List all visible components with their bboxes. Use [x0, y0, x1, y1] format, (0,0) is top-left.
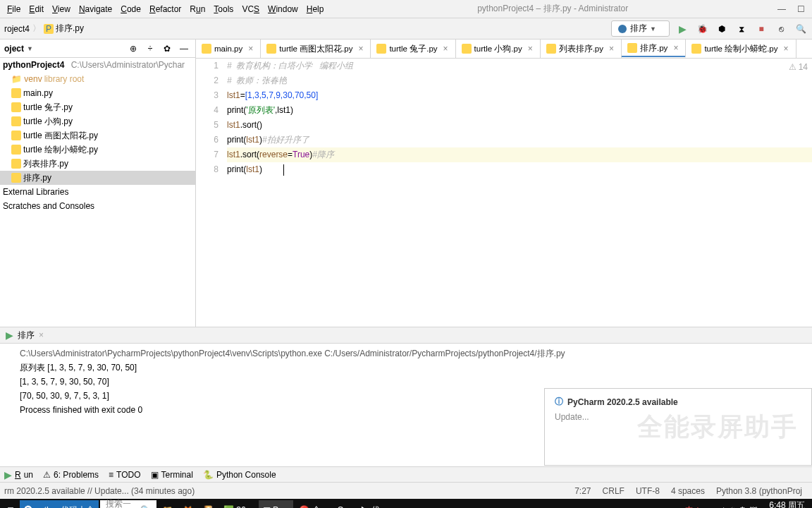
close-icon[interactable]: ×	[358, 44, 363, 54]
breadcrumb-file[interactable]: P 排序.py	[44, 23, 84, 35]
close-icon[interactable]: ×	[784, 44, 789, 54]
tray-clock[interactable]: 6:48 周五2022/2/25	[763, 501, 809, 508]
close-icon[interactable]: ×	[673, 43, 678, 53]
status-message[interactable]: rm 2020.2.5 available // Update... (34 m…	[4, 486, 569, 496]
python-file-icon: P	[44, 24, 54, 34]
tree-item[interactable]: turtle 画图太阳花.py	[0, 128, 195, 143]
project-tree[interactable]: pythonProject4 C:\Users\Administrator\Py…	[0, 58, 195, 327]
task-browser[interactable]: 🅔 python代码大全	[20, 500, 99, 508]
svg-rect-13	[462, 44, 472, 54]
editor-tab[interactable]: main.py×	[196, 40, 261, 58]
search-button[interactable]: 🔍	[794, 22, 808, 36]
tab-todo[interactable]: ≡ TODO	[109, 470, 140, 480]
tree-external-libs[interactable]: External Libraries	[0, 185, 195, 199]
task-folder[interactable]: 📁	[158, 500, 177, 508]
status-eol[interactable]: CRLF	[597, 486, 630, 496]
coverage-button[interactable]: ⬢	[715, 22, 729, 36]
svg-rect-14	[546, 44, 556, 54]
stop-button[interactable]: ■	[754, 22, 768, 36]
tree-item[interactable]: turtle 绘制小蟒蛇.py	[0, 143, 195, 157]
nav-bar: roject4 〉 P 排序.py 排序 ▼ ▶ 🐞 ⬢ ⧗ ■ ⎋ 🔍	[0, 18, 812, 40]
bottom-toolbar: ▶Run ⚠ 6: Problems ≡ TODO ▣ Terminal 🐍 P…	[0, 466, 812, 482]
svg-rect-11	[266, 44, 276, 54]
task-360[interactable]: 🟩 36...	[219, 500, 257, 508]
editor-tab[interactable]: turtle 绘制小蟒蛇.py×	[686, 40, 796, 58]
minimize-icon[interactable]: —	[777, 4, 786, 14]
menu-window[interactable]: Window	[264, 4, 302, 14]
run-tab-icon: ▶	[6, 329, 13, 341]
menu-tools[interactable]: Tools	[209, 4, 238, 14]
start-button[interactable]: ⊞	[3, 500, 18, 508]
run-tab-label[interactable]: 排序	[18, 329, 35, 341]
task-firefox[interactable]: 🦊	[178, 500, 197, 508]
close-icon[interactable]: ×	[609, 44, 614, 54]
tree-item[interactable]: 排序.py	[0, 171, 195, 185]
menu-view[interactable]: View	[48, 4, 75, 14]
ime-indicator[interactable]: 中 ⁝	[681, 500, 703, 508]
python-icon	[617, 24, 627, 34]
profile-button[interactable]: ⧗	[734, 22, 749, 36]
tree-item[interactable]: turtle 兔子.py	[0, 100, 195, 114]
menu-code[interactable]: Code	[116, 4, 145, 14]
tree-item[interactable]: 列表排序.py	[0, 157, 195, 171]
status-interpreter[interactable]: Python 3.8 (pythonProj	[710, 486, 808, 496]
tree-item[interactable]: turtle 小狗.py	[0, 114, 195, 128]
menu-vcs[interactable]: VCS	[238, 4, 264, 14]
close-icon[interactable]: ×	[443, 44, 448, 54]
breadcrumb-project[interactable]: roject4	[4, 24, 30, 34]
status-encoding[interactable]: UTF-8	[630, 486, 665, 496]
tray-icons[interactable]: ▲ ⬙ ♨ ⚙ 🛡	[705, 500, 761, 508]
tab-run[interactable]: ▶Run	[4, 469, 33, 480]
status-indent[interactable]: 4 spaces	[665, 486, 710, 496]
run-panel-header: ▶ 排序 ×	[0, 327, 812, 344]
menu-refactor[interactable]: Refactor	[145, 4, 185, 14]
tab-problems[interactable]: ⚠ 6: Problems	[43, 470, 99, 480]
code-editor[interactable]: 12345678 # 教育机构：白塔小学 编程小组# 教师：张春艳lst1=[1…	[196, 59, 812, 327]
close-icon[interactable]: ×	[248, 44, 253, 54]
update-notification[interactable]: ⓘPyCharm 2020.2.5 available Update...	[544, 388, 812, 466]
close-icon[interactable]: ×	[528, 44, 533, 54]
editor-tab[interactable]: turtle 小狗.py×	[456, 40, 541, 58]
menu-help[interactable]: Help	[302, 4, 328, 14]
tree-root[interactable]: pythonProject4 C:\Users\Administrator\Py…	[0, 58, 195, 72]
tree-item[interactable]: 📁 venv library root	[0, 72, 195, 86]
debug-button[interactable]: 🐞	[695, 22, 709, 36]
menu-run[interactable]: Run	[185, 4, 209, 14]
editor-tab[interactable]: turtle 画图太阳花.py×	[261, 40, 371, 58]
svg-rect-9	[11, 173, 21, 183]
editor-tab[interactable]: 列表排序.py×	[541, 40, 622, 58]
tree-item[interactable]: main.py	[0, 86, 195, 100]
svg-point-2	[618, 25, 627, 33]
locate-icon[interactable]: ⊕	[126, 42, 140, 56]
hide-icon[interactable]: —	[177, 42, 191, 56]
tab-terminal[interactable]: ▣ Terminal	[151, 470, 193, 480]
editor-tab[interactable]: 排序.py×	[622, 40, 686, 58]
task-pycharm[interactable]: ◪ Py...	[259, 500, 293, 508]
svg-rect-16	[691, 44, 701, 54]
vcs-button[interactable]: ⎋	[774, 22, 788, 36]
run-config-selector[interactable]: 排序 ▼	[611, 20, 670, 37]
menu-edit[interactable]: Edit	[25, 4, 48, 14]
warning-badge[interactable]: ⚠ 14	[789, 60, 808, 75]
task-youku[interactable]: ▶ 优...	[356, 500, 390, 508]
collapse-icon[interactable]: ÷	[143, 42, 157, 56]
task-note[interactable]: 📔	[199, 500, 218, 508]
sidebar-title: oject	[4, 44, 24, 54]
run-button[interactable]: ▶	[675, 22, 689, 36]
svg-rect-10	[202, 44, 211, 54]
svg-rect-3	[11, 88, 21, 98]
project-sidebar: oject ▼ ⊕ ÷ ✿ — pythonProject4 C:\Users\…	[0, 40, 196, 327]
tab-python-console[interactable]: 🐍 Python Console	[203, 470, 276, 480]
task-recorder[interactable]: 🔴 全...	[295, 500, 331, 508]
task-c[interactable]: C...	[333, 500, 355, 508]
menu-file[interactable]: File	[3, 4, 25, 14]
status-caret[interactable]: 7:27	[569, 486, 596, 496]
run-tab-close[interactable]: ×	[39, 330, 44, 340]
settings-icon[interactable]: ✿	[160, 42, 174, 56]
task-search[interactable]: 搜索一下 🔍	[100, 500, 156, 508]
update-link[interactable]: Update...	[555, 412, 801, 422]
menu-navigate[interactable]: Navigate	[75, 4, 116, 14]
editor-tab[interactable]: turtle 兔子.py×	[371, 40, 455, 58]
maximize-icon[interactable]: ☐	[797, 4, 805, 14]
tree-scratches[interactable]: Scratches and Consoles	[0, 199, 195, 213]
